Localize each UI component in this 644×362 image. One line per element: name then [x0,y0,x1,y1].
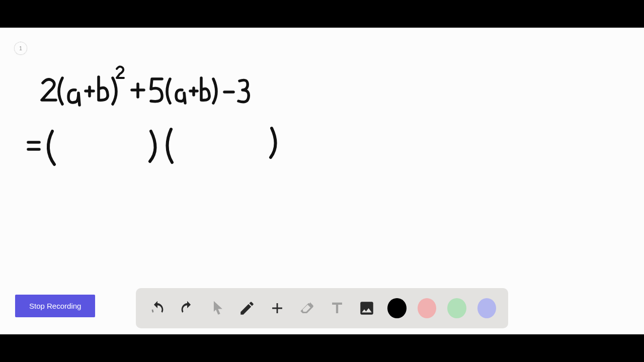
redo-icon [179,300,196,317]
pencil-icon [238,300,256,317]
pointer-icon [209,300,226,317]
svg-point-0 [363,305,365,307]
undo-icon [149,300,166,317]
letterbox-bottom [0,334,644,362]
page-number: 1 [19,46,22,51]
page-number-badge: 1 [14,42,27,55]
eraser-button[interactable] [298,298,317,318]
image-icon [358,300,375,317]
redo-button[interactable] [178,298,197,318]
color-black[interactable] [387,298,407,318]
add-button[interactable] [268,298,287,318]
text-icon [329,300,346,317]
color-blue[interactable] [477,298,497,318]
color-green[interactable] [447,298,466,318]
image-button[interactable] [358,298,377,318]
letterbox-top [0,0,644,28]
eraser-icon [298,300,315,317]
pencil-button[interactable] [238,298,257,318]
plus-icon [269,300,286,317]
color-pink[interactable] [418,298,437,318]
stop-recording-button[interactable]: Stop Recording [15,295,95,317]
whiteboard-canvas[interactable]: 1 [0,28,644,334]
text-button[interactable] [328,298,347,318]
undo-button[interactable] [148,298,167,318]
drawing-toolbar [136,288,508,328]
pointer-button[interactable] [208,298,227,318]
